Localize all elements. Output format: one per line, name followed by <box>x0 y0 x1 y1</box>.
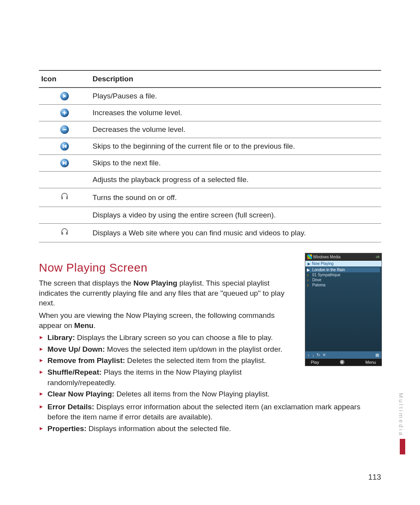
svg-rect-4 <box>63 144 63 148</box>
list-item: Error Details: Displays error informatio… <box>39 402 381 423</box>
svg-marker-6 <box>63 161 65 165</box>
svg-rect-7 <box>65 161 66 165</box>
delete-icon: ✕ <box>322 352 326 358</box>
table-row: Adjusts the playback progress of a selec… <box>39 172 381 188</box>
web-headphones-icon <box>60 228 69 236</box>
music-note-icon: ♪ <box>307 278 309 282</box>
music-note-icon: ♪ <box>307 273 309 277</box>
description-cell: Plays/Pauses a file. <box>90 88 381 105</box>
description-cell: Turns the sound on or off. <box>90 188 381 207</box>
windows-flag-icon <box>307 254 312 259</box>
section-tab-marker <box>400 439 405 454</box>
page-number: 113 <box>368 473 381 482</box>
section-tab-label: Multimedia <box>398 393 404 437</box>
table-row: Displays a video by using the entire scr… <box>39 207 381 224</box>
list-item: Remove from Playlist: Deletes the select… <box>39 356 288 366</box>
status-ok: ok <box>376 255 380 259</box>
current-track-icon: ▶ <box>307 268 310 272</box>
skip-next-icon <box>60 159 69 167</box>
volume-up-icon <box>60 109 69 117</box>
music-note-icon: ♪ <box>307 283 309 287</box>
list-item: Properties: Displays information about t… <box>39 424 381 434</box>
volume-down-icon <box>60 125 69 134</box>
paragraph-1: The screen that displays the Now Playing… <box>39 278 288 308</box>
table-row: Turns the sound on or off. <box>39 188 381 207</box>
screenshot-menubar: Play ■ Menu <box>305 359 382 366</box>
playlist-item: ♪Paloma <box>307 282 380 288</box>
headphones-icon <box>60 192 69 201</box>
menu-command-list-cont: Error Details: Displays error informatio… <box>39 402 381 434</box>
screenshot-controls: ↑ ↓ ↻ ✕ ▦ <box>305 351 382 359</box>
header-description: Description <box>90 70 381 88</box>
description-cell: Displays a video by using the entire scr… <box>90 207 381 224</box>
svg-rect-3 <box>63 129 66 130</box>
svg-marker-5 <box>64 144 66 148</box>
svg-rect-2 <box>63 112 66 113</box>
playlist-item: ♪Drive <box>307 277 380 282</box>
svg-point-8 <box>62 233 63 234</box>
table-row: Skips to the next file. <box>39 155 381 172</box>
softkey-menu: Menu <box>365 360 376 365</box>
list-item: Clear Now Playing: Deletes all items fro… <box>39 389 288 400</box>
playlist-item: ♪01 Sympathique <box>307 272 380 277</box>
play-pause-icon <box>60 92 69 100</box>
skip-prev-icon <box>60 142 69 151</box>
description-cell: Skips to the beginning of the current fi… <box>90 138 381 155</box>
description-cell: Adjusts the playback progress of a selec… <box>90 172 381 188</box>
move-down-icon: ↓ <box>312 353 315 358</box>
screenshot-subheader: ▶ Now Playing <box>305 261 382 267</box>
list-item: Move Up/ Down: Moves the selected item u… <box>39 344 288 355</box>
play-indicator-icon: ▶ <box>308 262 310 266</box>
screenshot-titlebar: Windows Media ok <box>305 253 382 261</box>
table-row: Skips to the beginning of the current fi… <box>39 138 381 155</box>
table-row: Plays/Pauses a file. <box>39 88 381 105</box>
icon-description-table: Icon Description Plays/Pauses a file. In… <box>39 70 381 242</box>
table-row: Increases the volume level. <box>39 105 381 121</box>
repeat-icon: ↻ <box>317 352 320 358</box>
list-item: Library: Displays the Library screen so … <box>39 333 288 343</box>
paragraph-2: When you are viewing the Now Playing scr… <box>39 310 288 330</box>
playlist-item-current: ▶London in the Rain <box>307 267 380 272</box>
description-cell: Skips to the next file. <box>90 155 381 172</box>
svg-marker-0 <box>63 94 66 98</box>
svg-point-9 <box>66 233 67 234</box>
description-cell: Displays a Web site where you can find m… <box>90 224 381 242</box>
body-text: The screen that displays the Now Playing… <box>39 278 288 330</box>
list-item: Shuffle/Repeat: Plays the items in the N… <box>39 367 288 388</box>
description-cell: Increases the volume level. <box>90 105 381 121</box>
header-icon: Icon <box>39 70 90 88</box>
stop-icon: ■ <box>340 360 345 365</box>
move-up-icon: ↑ <box>308 353 310 358</box>
softkey-play: Play <box>311 360 319 365</box>
table-row: Displays a Web site where you can find m… <box>39 224 381 242</box>
grid-icon: ▦ <box>375 352 379 358</box>
playlist-area: ▶London in the Rain ♪01 Sympathique ♪Dri… <box>305 267 382 351</box>
now-playing-screenshot: Windows Media ok ▶ Now Playing ▶London i… <box>305 253 382 366</box>
table-row: Decreases the volume level. <box>39 121 381 138</box>
description-cell: Decreases the volume level. <box>90 121 381 138</box>
